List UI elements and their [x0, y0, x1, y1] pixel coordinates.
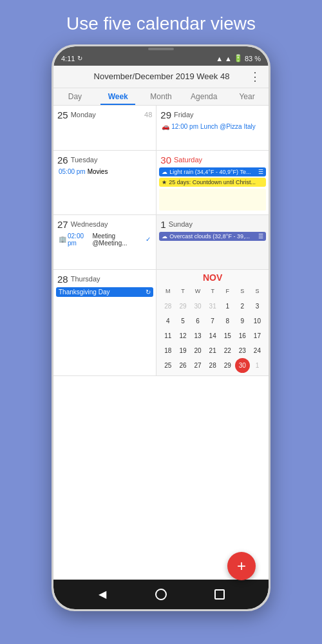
mini-calendar: NOV M T W T F S S 28 29 30 31	[156, 270, 269, 376]
recent-button[interactable]	[213, 588, 226, 601]
cal-19[interactable]: 19	[175, 343, 190, 358]
cal-header-m: M	[160, 284, 175, 299]
cal-26-last[interactable]: 26	[175, 358, 190, 373]
cal-header-s2: S	[250, 284, 265, 299]
event-time-29: 12:00 pm	[171, 123, 198, 130]
day-left-27[interactable]: 27 Wednesday 🏢 02:00 pm Meeting @Meeting…	[53, 215, 156, 269]
cal-5[interactable]: 5	[175, 314, 190, 328]
event-lunch[interactable]: 🚗 12:00 pm Lunch @Pizza Italy	[159, 122, 266, 131]
cal-23[interactable]: 23	[235, 343, 250, 358]
day-num-1: 1	[160, 219, 166, 230]
cal-12[interactable]: 12	[175, 328, 190, 343]
cal-25-last[interactable]: 25	[160, 358, 175, 373]
cal-13[interactable]: 13	[191, 328, 205, 343]
cal-header-t1: T	[175, 284, 190, 299]
day-num-28: 28	[57, 274, 68, 285]
mini-cal-grid: M T W T F S S 28 29 30 31 1 2 3	[160, 284, 265, 374]
event-desc-26: Movies	[88, 168, 108, 175]
battery-level: 83 %	[245, 55, 261, 62]
cal-30[interactable]: 30	[191, 299, 205, 314]
fab-add-button[interactable]: +	[227, 552, 256, 580]
headline: Use five calendar views	[47, 0, 275, 44]
cal-6[interactable]: 6	[191, 314, 205, 328]
event-desc-29: Lunch @Pizza Italy	[200, 123, 256, 130]
day-left-26[interactable]: 26 Tuesday 05:00 pm Movies	[53, 151, 156, 214]
cal-18[interactable]: 18	[160, 343, 175, 358]
day-name-25: Monday	[71, 111, 96, 118]
overcast-icon: ☁	[162, 233, 167, 240]
tab-day[interactable]: Day	[53, 88, 97, 105]
cal-1[interactable]: 1	[220, 299, 235, 314]
event-movies[interactable]: 05:00 pm Movies	[56, 167, 153, 176]
tab-month[interactable]: Month	[140, 88, 183, 105]
cal-dec-1[interactable]: 1	[250, 358, 265, 373]
cal-28-last[interactable]: 28	[205, 358, 220, 373]
check-icon: ✓	[146, 236, 151, 243]
cal-20[interactable]: 20	[191, 343, 205, 358]
day-name-26: Tuesday	[71, 156, 98, 164]
status-time: 4:11	[61, 55, 75, 62]
day-name-30: Saturday	[174, 156, 202, 164]
day-right-29[interactable]: 29 Friday 🚗 12:00 pm Lunch @Pizza Italy	[156, 106, 269, 150]
phone-top-bar	[53, 46, 269, 52]
tab-agenda[interactable]: Agenda	[182, 88, 225, 105]
day-right-30[interactable]: 30 Saturday ☁ Light rain (34,4°F - 40,9°…	[156, 151, 269, 214]
cal-16[interactable]: 16	[235, 328, 250, 343]
thanksgiving-label: Thanksgiving Day	[59, 289, 109, 296]
home-button[interactable]	[155, 588, 167, 601]
cal-28[interactable]: 28	[160, 299, 175, 314]
app-header-title: November/December 2019 Week 48	[74, 71, 249, 81]
day-left-28[interactable]: 28 Thursday Thanksgiving Day ↻	[53, 270, 156, 376]
event-christmas[interactable]: ★ 25 days: Countdown until Christ...	[159, 178, 266, 187]
thanksgiving-bar[interactable]: Thanksgiving Day ↻	[56, 287, 153, 297]
week-row-3: 27 Wednesday 🏢 02:00 pm Meeting @Meeting…	[53, 215, 269, 270]
cal-24[interactable]: 24	[250, 343, 265, 358]
cal-10[interactable]: 10	[250, 314, 265, 328]
cal-2[interactable]: 2	[235, 299, 250, 314]
event-overcast[interactable]: ☁ Overcast clouds (32,8°F - 39,... ☰	[159, 232, 266, 241]
event-rain[interactable]: ☁ Light rain (34,4°F - 40,9°F) Te... ☰	[159, 167, 266, 176]
cal-31[interactable]: 31	[205, 299, 220, 314]
day-num-25: 25	[57, 109, 68, 120]
cal-14[interactable]: 14	[205, 328, 220, 343]
cal-17[interactable]: 17	[250, 328, 265, 343]
cal-29[interactable]: 29	[175, 299, 190, 314]
cal-21[interactable]: 21	[205, 343, 220, 358]
cal-7[interactable]: 7	[205, 314, 220, 328]
more-menu-icon[interactable]: ⋮	[249, 70, 261, 84]
cal-11[interactable]: 11	[160, 328, 175, 343]
back-button[interactable]: ◀	[96, 588, 109, 601]
yellow-space	[159, 189, 266, 211]
day-num-26: 26	[57, 155, 68, 166]
week-row-1: 25 Monday 48 29 Friday 🚗 12:00 pm Lunch …	[53, 106, 269, 151]
event-meeting[interactable]: 🏢 02:00 pm Meeting @Meeting... ✓	[56, 232, 153, 247]
cal-29-last[interactable]: 29	[220, 358, 235, 373]
cal-8[interactable]: 8	[220, 314, 235, 328]
cal-header-w: W	[191, 284, 205, 299]
week-row-2: 26 Tuesday 05:00 pm Movies 30 Saturday ☁	[53, 151, 269, 215]
cal-4[interactable]: 4	[160, 314, 175, 328]
cal-3[interactable]: 3	[250, 299, 265, 314]
cal-27-last[interactable]: 27	[191, 358, 205, 373]
day-left-25[interactable]: 25 Monday 48	[53, 106, 156, 150]
cal-22[interactable]: 22	[220, 343, 235, 358]
cal-9[interactable]: 9	[235, 314, 250, 328]
cal-15[interactable]: 15	[220, 328, 235, 343]
app-header: November/December 2019 Week 48 ⋮	[53, 66, 269, 88]
cal-header-s1: S	[235, 284, 250, 299]
week-num-48: 48	[144, 111, 152, 118]
star-icon: ★	[162, 179, 167, 185]
day-right-1[interactable]: 1 Sunday ☁ Overcast clouds (32,8°F - 39,…	[156, 215, 269, 269]
event-time-27: 02:00 pm	[68, 232, 91, 247]
back-icon: ◀	[99, 588, 106, 600]
tab-week[interactable]: Week	[97, 88, 140, 105]
list-icon2: ☰	[258, 233, 263, 240]
event-desc-overcast: Overcast clouds (32,8°F - 39,...	[169, 233, 250, 240]
wifi-icon: ▲	[216, 55, 223, 62]
day-name-27: Wednesday	[71, 220, 108, 228]
building-icon: 🏢	[59, 236, 66, 243]
cal-today-30[interactable]: 30	[235, 358, 250, 373]
tab-year[interactable]: Year	[225, 88, 269, 105]
mini-cal-header: NOV	[160, 272, 265, 283]
event-desc-christmas: 25 days: Countdown until Christ...	[169, 179, 256, 185]
